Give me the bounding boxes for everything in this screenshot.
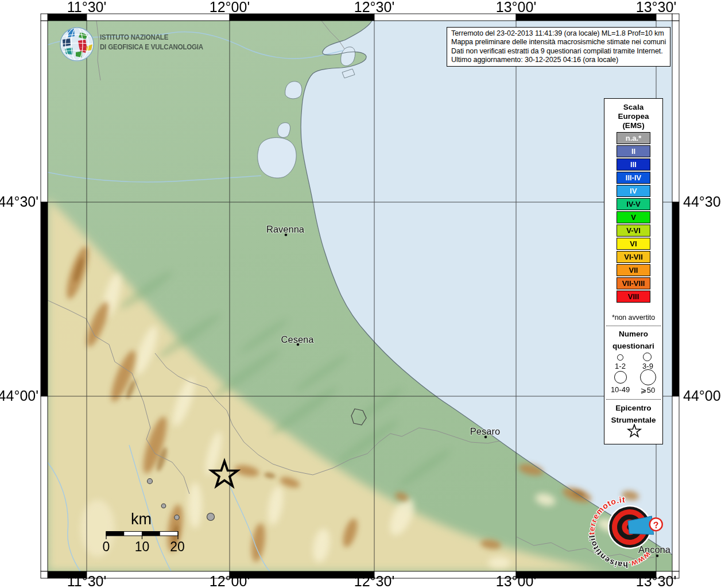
axis-left-4430: 44°30' xyxy=(0,194,38,210)
epicenter-legend-title: Epicentro Strumentale xyxy=(604,402,662,426)
axis-bottom-1130: 11°30' xyxy=(67,573,107,588)
ingv-name-line1: ISTITUTO NAZIONALE xyxy=(100,33,203,42)
intensity-iii: III xyxy=(617,158,650,171)
questionnaire-point xyxy=(207,513,215,521)
axis-bottom-1300: 13°00' xyxy=(496,573,536,588)
intensity-viii: VIII xyxy=(617,291,650,303)
intensity-vi-vii: VI-VII xyxy=(617,251,650,263)
event-info-line4: Ultimo aggiornamento: 30-12-2025 04:16 (… xyxy=(451,56,666,64)
intensity-na: n.a.* xyxy=(617,132,650,144)
ingv-name-line2: DI GEOFISICA E VULCANOLOGIA xyxy=(100,42,203,52)
ingv-name: ISTITUTO NAZIONALE DI GEOFISICA E VULCAN… xyxy=(100,33,203,52)
city-label-pesaro: Pesaro xyxy=(470,426,500,436)
intensity-ii: II xyxy=(617,145,650,157)
event-info-box: Terremoto del 23-02-2013 11:41:39 (ora l… xyxy=(447,27,670,67)
size-label-50: ⩾50 xyxy=(632,386,664,394)
legend-panel: Scala Europea (EMS) n.a.* II III III-IV … xyxy=(604,98,663,444)
intensity-vi: VI xyxy=(617,238,650,250)
intensity-v-vi: V-VI xyxy=(617,225,650,237)
size-symbol-1-2 xyxy=(617,354,623,361)
legend-divider xyxy=(606,326,661,326)
size-label-10-49: 10-49 xyxy=(604,385,636,394)
scale-tick-0: 0 xyxy=(103,539,110,554)
question-mark: ? xyxy=(653,520,660,530)
questionnaire-point xyxy=(175,515,179,520)
axis-top-1130: 11°30' xyxy=(67,0,107,15)
axis-bottom-1330: 13°30' xyxy=(636,573,676,588)
legend-title: Scala Europea (EMS) xyxy=(604,103,662,130)
intensity-iii-iv: III-IV xyxy=(617,172,650,184)
size-symbol-50 xyxy=(640,369,656,385)
questionnaire-point xyxy=(161,504,166,508)
legend-footnote: *non avvertito xyxy=(604,314,662,322)
legend-title-line1: Scala xyxy=(604,103,662,112)
epicenter-title-line1: Epicentro xyxy=(604,402,662,414)
size-symbol-3-9 xyxy=(643,353,652,361)
ingv-logo: ISTITUTO NAZIONALE DI GEOFISICA E VULCAN… xyxy=(55,24,245,64)
axis-left-4400: 44°00' xyxy=(0,388,38,404)
ingv-globe-icon xyxy=(59,26,95,63)
scale-bar-unit: km xyxy=(131,510,152,528)
intensity-iv: IV xyxy=(617,185,650,197)
event-info-line3: Dati non verificati estratti da 9 questi… xyxy=(451,47,666,56)
intensity-vii: VII xyxy=(617,264,650,276)
epicenter-star-icon xyxy=(626,424,643,440)
axis-top-1330: 13°30' xyxy=(636,0,676,15)
questionnaire-title-line2: questionari xyxy=(604,340,662,352)
legend-title-line2: Europea xyxy=(604,112,662,121)
size-label-1-2: 1-2 xyxy=(604,362,636,370)
city-label-cesena: Cesena xyxy=(281,334,315,345)
axis-bottom-1200: 12°00' xyxy=(210,573,250,588)
questionnaire-title-line1: Numero xyxy=(604,328,662,340)
axis-right-4430: 44°30' xyxy=(683,194,721,210)
city-label-ravenna: Ravenna xyxy=(266,224,305,234)
legend-divider xyxy=(606,399,661,400)
axis-right-4400: 44°00' xyxy=(683,388,721,404)
scale-tick-10: 10 xyxy=(135,539,150,554)
event-info-line2: Mappa preliminare delle intensità macros… xyxy=(451,38,666,47)
size-symbol-10-49 xyxy=(614,371,627,384)
macroseismic-map-page: km 0 10 20 Ravenna Cesena Pesaro Ancona xyxy=(0,0,721,588)
questionnaire-point xyxy=(148,479,153,484)
axis-top-1200: 12°00' xyxy=(210,0,250,15)
axis-bottom-1230: 12°30' xyxy=(354,573,394,588)
intensity-v: V xyxy=(617,211,650,223)
questionnaire-count-title: Numero questionari xyxy=(604,328,662,352)
intensity-iv-v: IV-V xyxy=(617,198,650,210)
axis-top-1230: 12°30' xyxy=(354,0,394,15)
axis-top-1300: 13°00' xyxy=(496,0,536,15)
intensity-vii-viii: VII-VIII xyxy=(617,277,650,289)
event-info-line1: Terremoto del 23-02-2013 11:41:39 (ora l… xyxy=(451,29,666,38)
scale-tick-20: 20 xyxy=(170,539,185,554)
legend-title-line3: (EMS) xyxy=(604,121,662,130)
intensity-scale: n.a.* II III III-IV IV IV-V V V-VI VI VI… xyxy=(604,132,662,303)
